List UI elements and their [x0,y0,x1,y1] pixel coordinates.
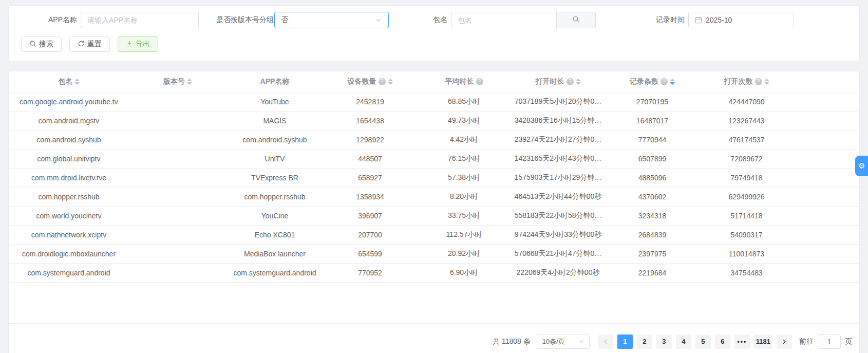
cell-version [129,225,227,244]
record-time-picker[interactable]: 2025-10 [688,12,794,28]
cell-device-count: 396907 [323,206,417,225]
cell-package-name: com.global.unitviptv [9,149,129,168]
more-pages-button[interactable]: ••• [734,335,750,349]
page-size-select[interactable]: 10条/页 [536,335,590,349]
settings-fab[interactable]: ⚙ [855,156,868,176]
search-button[interactable]: 搜索 [21,36,62,52]
cell-avg-duration: 68.85小时 [417,92,511,111]
column-header-avg-duration: 平均时长? [417,71,511,92]
cell-open-count: 123267443 [700,111,794,130]
group-by-version-select[interactable]: 否 [274,12,389,28]
prev-page-button[interactable] [598,335,613,349]
filter-record-time: 记录时间 2025-10 [656,12,794,28]
help-icon[interactable]: ? [567,78,574,85]
gutter-cell [794,206,859,225]
page-button-4[interactable]: 4 [676,335,691,349]
cell-record-count: 3234318 [605,206,700,225]
page-button-6[interactable]: 6 [715,335,730,349]
record-time-label: 记录时间 [656,15,688,25]
column-label: APP名称 [260,77,290,86]
pager: 123456•••1181 [596,335,794,349]
column-header-open-duration[interactable]: 打开时长? [511,71,605,92]
app-name-label: APP名称 [21,15,81,25]
column-header-device-count[interactable]: 设备数量? [323,71,417,92]
package-search-button[interactable] [556,12,596,28]
cell-open-duration: 974244天9小时33分钟00秒 [511,225,605,244]
page-button-5[interactable]: 5 [695,335,711,349]
cell-record-count: 27070195 [605,92,700,111]
cell-record-count: 2219684 [605,263,700,282]
cell-record-count: 2397975 [605,244,700,263]
gutter-column [794,71,859,92]
page-button-1181[interactable]: 1181 [754,335,772,349]
group-by-version-label: 是否按版本号分组 [216,15,274,25]
column-header-version[interactable]: 版本号 [129,71,227,92]
cell-open-duration: 1575903天17小时29分钟… [511,168,605,187]
page-button-1[interactable]: 1 [617,335,633,349]
refresh-icon [78,40,85,49]
sort-caret[interactable] [388,79,393,85]
page-button-3[interactable]: 3 [656,335,672,349]
package-name-label: 包名 [433,15,451,25]
help-icon[interactable]: ? [476,78,483,85]
app-name-input[interactable] [87,12,192,28]
gutter-cell [794,130,859,149]
table-row: com.global.unitviptvUniTV44850776.15小时14… [9,149,859,168]
cell-app-name: UniTV [227,149,323,168]
cell-package-name: com.world.youcinetv [9,206,129,225]
cell-version [129,130,227,149]
cell-package-name: com.google.android.youtube.tv [9,92,129,111]
column-header-record-count[interactable]: 记录条数? [605,71,700,92]
cell-version [129,263,227,282]
filter-group-by-version: 是否按版本号分组 否 [216,12,389,28]
next-page-button[interactable] [777,335,792,349]
column-label: 打开时长 [536,77,564,86]
gutter-cell [794,149,859,168]
page-size-value: 10条/页 [542,337,565,346]
package-name-group [451,12,596,28]
cell-app-name: com.systemguard.android [227,263,323,282]
sort-caret[interactable] [74,79,80,85]
group-by-version-value: 否 [281,15,288,25]
cell-package-name: com.android.mgstv [9,111,129,130]
column-label: 打开次数 [724,77,753,86]
cell-avg-duration: 8.20小时 [417,187,511,206]
filter-app-name: APP名称 [21,12,199,28]
help-icon[interactable]: ? [661,78,668,85]
cell-device-count: 1654438 [323,111,417,130]
cell-device-count: 770952 [323,263,417,282]
export-button[interactable]: 导出 [118,36,158,52]
cell-version [129,111,227,130]
gutter-cell [794,263,859,282]
cell-open-count: 629499926 [700,187,794,206]
column-header-package-name[interactable]: 包名 [9,71,129,92]
cell-record-count: 4885096 [605,168,700,187]
reset-button[interactable]: 重置 [69,36,110,52]
filter-panel: APP名称 是否按版本号分组 否 包名 [8,5,860,61]
cell-app-name: YouCine [227,206,323,225]
data-table: 包名版本号APP名称设备数量?平均时长?打开时长?记录条数?打开次数? com.… [9,71,859,324]
column-header-app-name: APP名称 [227,71,323,92]
search-icon [29,40,36,49]
gutter-cell [794,168,859,187]
help-icon[interactable]: ? [755,78,762,85]
sort-caret[interactable] [576,79,581,85]
column-label: 记录条数 [630,77,658,86]
table-row: com.google.android.youtube.tvYouTube2452… [9,92,859,111]
reset-button-label: 重置 [87,40,102,49]
sort-caret[interactable] [187,79,192,85]
cell-app-name: MAGIS [227,111,323,130]
sort-caret[interactable] [670,79,675,85]
cell-package-name: com.systemguard.android [9,263,129,282]
goto-page-input[interactable] [818,335,841,349]
sort-caret[interactable] [764,79,769,85]
page-button-2[interactable]: 2 [637,335,652,349]
table-header-row: 包名版本号APP名称设备数量?平均时长?打开时长?记录条数?打开次数? [9,71,859,92]
help-icon[interactable]: ? [379,78,386,85]
cell-open-duration: 7037189天5小时20分钟0… [511,92,605,111]
cell-package-name: com.mm.droid.livetv.tve [9,168,129,187]
cell-open-count: 424447090 [700,92,794,111]
package-name-input[interactable] [458,12,550,28]
column-header-open-count[interactable]: 打开次数? [700,71,794,92]
cell-record-count: 6507899 [605,149,700,168]
